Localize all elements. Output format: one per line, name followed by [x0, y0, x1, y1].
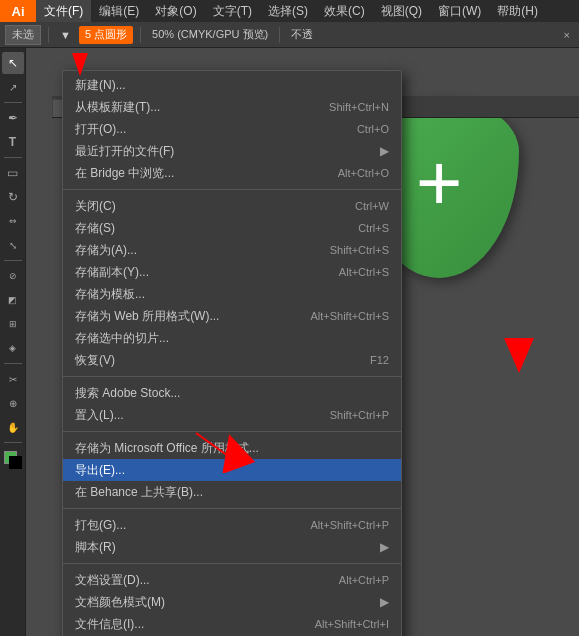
color-swatch[interactable]	[4, 451, 22, 469]
menu-save-copy[interactable]: 存储副本(Y)... Alt+Ctrl+S	[63, 261, 401, 283]
menu-new-label: 新建(N)...	[75, 77, 126, 94]
toolbar-separator-3	[279, 27, 280, 43]
tool-mirror[interactable]: ⇔	[2, 210, 24, 232]
menu-effect[interactable]: 效果(C)	[316, 0, 373, 22]
tool-separator-2	[4, 157, 22, 158]
menu-section-4: 存储为 Microsoft Office 所用格式... 导出(E)... 在 …	[63, 434, 401, 506]
menu-section-5: 打包(G)... Alt+Shift+Ctrl+P 脚本(R) ▶	[63, 511, 401, 561]
tool-rectangle[interactable]: ▭	[2, 162, 24, 184]
menu-open[interactable]: 打开(O)... Ctrl+O	[63, 118, 401, 140]
divider-5	[63, 563, 401, 564]
menu-recent-arrow: ▶	[380, 144, 389, 158]
menu-revert-shortcut: F12	[370, 354, 389, 366]
menu-new-template-shortcut: Shift+Ctrl+N	[329, 101, 389, 113]
tool-scale[interactable]: ⤡	[2, 234, 24, 256]
tool-separator-1	[4, 102, 22, 103]
menu-doc-settings-label: 文档设置(D)...	[75, 572, 150, 589]
menu-bar: Ai 文件(F) 编辑(E) 对象(O) 文字(T) 选择(S) 效果(C) 视…	[0, 0, 579, 22]
undo-button[interactable]: 未选	[5, 25, 41, 45]
menu-bridge[interactable]: 在 Bridge 中浏览... Alt+Ctrl+O	[63, 162, 401, 184]
tool-zoom[interactable]: ⊕	[2, 392, 24, 414]
menu-window[interactable]: 窗口(W)	[430, 0, 489, 22]
preview-label: 不透	[287, 27, 317, 42]
menu-color-mode[interactable]: 文档颜色模式(M) ▶	[63, 591, 401, 613]
divider-1	[63, 189, 401, 190]
menu-place[interactable]: 置入(L)... Shift+Ctrl+P	[63, 404, 401, 426]
tool-separator-3	[4, 260, 22, 261]
menu-scripts-arrow: ▶	[380, 540, 389, 554]
menu-file-info[interactable]: 文件信息(I)... Alt+Shift+Ctrl+I	[63, 613, 401, 635]
menu-revert[interactable]: 恢复(V) F12	[63, 349, 401, 371]
tool-eyedropper[interactable]: ⊘	[2, 265, 24, 287]
close-tab-btn[interactable]: ×	[564, 29, 574, 41]
left-toolbar: ↖ ↗ ✒ T ▭ ↻ ⇔ ⤡ ⊘ ◩ ⊞ ◈ ✂ ⊕ ✋	[0, 48, 26, 636]
menu-behance-label: 在 Behance 上共享(B)...	[75, 484, 203, 501]
menu-color-mode-arrow: ▶	[380, 595, 389, 609]
menu-close-shortcut: Ctrl+W	[355, 200, 389, 212]
menu-save[interactable]: 存储(S) Ctrl+S	[63, 217, 401, 239]
tool-hand[interactable]: ✋	[2, 416, 24, 438]
shape-label: ▼	[56, 29, 75, 41]
tool-pen[interactable]: ✒	[2, 107, 24, 129]
menu-file[interactable]: 文件(F)	[36, 0, 91, 22]
menu-recent-label: 最近打开的文件(F)	[75, 143, 174, 160]
divider-3	[63, 431, 401, 432]
toolbar-separator-2	[140, 27, 141, 43]
menu-doc-settings[interactable]: 文档设置(D)... Alt+Ctrl+P	[63, 569, 401, 591]
menu-package[interactable]: 打包(G)... Alt+Shift+Ctrl+P	[63, 514, 401, 536]
menu-select[interactable]: 选择(S)	[260, 0, 316, 22]
menu-ms-office[interactable]: 存储为 Microsoft Office 所用格式...	[63, 437, 401, 459]
menu-save-label: 存储(S)	[75, 220, 115, 237]
menu-view[interactable]: 视图(Q)	[373, 0, 430, 22]
menu-ms-office-label: 存储为 Microsoft Office 所用格式...	[75, 440, 259, 457]
menu-new[interactable]: 新建(N)...	[63, 74, 401, 96]
tool-gradient[interactable]: ◩	[2, 289, 24, 311]
tool-rotate[interactable]: ↻	[2, 186, 24, 208]
menu-search-stock-label: 搜索 Adobe Stock...	[75, 385, 180, 402]
tool-mesh[interactable]: ⊞	[2, 313, 24, 335]
menu-close[interactable]: 关闭(C) Ctrl+W	[63, 195, 401, 217]
menu-save-web[interactable]: 存储为 Web 所用格式(W)... Alt+Shift+Ctrl+S	[63, 305, 401, 327]
menu-bridge-label: 在 Bridge 中浏览...	[75, 165, 174, 182]
menu-save-shortcut: Ctrl+S	[358, 222, 389, 234]
menu-export[interactable]: 导出(E)...	[63, 459, 401, 481]
menu-new-template[interactable]: 从模板新建(T)... Shift+Ctrl+N	[63, 96, 401, 118]
menu-scripts[interactable]: 脚本(R) ▶	[63, 536, 401, 558]
background-color[interactable]	[9, 456, 22, 469]
menu-save-slices[interactable]: 存储选中的切片...	[63, 327, 401, 349]
menu-package-label: 打包(G)...	[75, 517, 126, 534]
menu-type[interactable]: 文字(T)	[205, 0, 260, 22]
menu-object[interactable]: 对象(O)	[147, 0, 204, 22]
tool-blend[interactable]: ◈	[2, 337, 24, 359]
toolbar-separator-1	[48, 27, 49, 43]
tool-slice[interactable]: ✂	[2, 368, 24, 390]
toolbar-row: 未选 ▼ 5 点圆形 50% (CMYK/GPU 预览) 不透 ×	[0, 22, 579, 48]
menu-close-label: 关闭(C)	[75, 198, 116, 215]
tool-type[interactable]: T	[2, 131, 24, 153]
menu-package-shortcut: Alt+Shift+Ctrl+P	[310, 519, 389, 531]
canvas-area[interactable]: 未标题-1 @ 50% (CMYK/GPU 预览) × + 新建(N)... 从…	[26, 48, 579, 636]
menu-edit[interactable]: 编辑(E)	[91, 0, 147, 22]
menu-save-copy-label: 存储副本(Y)...	[75, 264, 149, 281]
menu-save-slices-label: 存储选中的切片...	[75, 330, 169, 347]
menu-revert-label: 恢复(V)	[75, 352, 115, 369]
menu-behance[interactable]: 在 Behance 上共享(B)...	[63, 481, 401, 503]
menu-place-label: 置入(L)...	[75, 407, 124, 424]
menu-help[interactable]: 帮助(H)	[489, 0, 546, 22]
menu-save-as[interactable]: 存储为(A)... Shift+Ctrl+S	[63, 239, 401, 261]
menu-open-label: 打开(O)...	[75, 121, 126, 138]
tool-select[interactable]: ↖	[2, 52, 24, 74]
menu-file-info-label: 文件信息(I)...	[75, 616, 144, 633]
menu-section-2: 关闭(C) Ctrl+W 存储(S) Ctrl+S 存储为(A)... Shif…	[63, 192, 401, 374]
menu-section-1: 新建(N)... 从模板新建(T)... Shift+Ctrl+N 打开(O).…	[63, 71, 401, 187]
tool-direct-select[interactable]: ↗	[2, 76, 24, 98]
menu-section-3: 搜索 Adobe Stock... 置入(L)... Shift+Ctrl+P	[63, 379, 401, 429]
menu-scripts-label: 脚本(R)	[75, 539, 116, 556]
dropdown-overlay: 新建(N)... 从模板新建(T)... Shift+Ctrl+N 打开(O).…	[26, 48, 579, 636]
shape-name[interactable]: 5 点圆形	[79, 26, 133, 44]
menu-recent-files[interactable]: 最近打开的文件(F) ▶	[63, 140, 401, 162]
menu-save-template[interactable]: 存储为模板...	[63, 283, 401, 305]
menu-save-as-shortcut: Shift+Ctrl+S	[330, 244, 389, 256]
menu-save-web-shortcut: Alt+Shift+Ctrl+S	[310, 310, 389, 322]
menu-search-stock[interactable]: 搜索 Adobe Stock...	[63, 382, 401, 404]
